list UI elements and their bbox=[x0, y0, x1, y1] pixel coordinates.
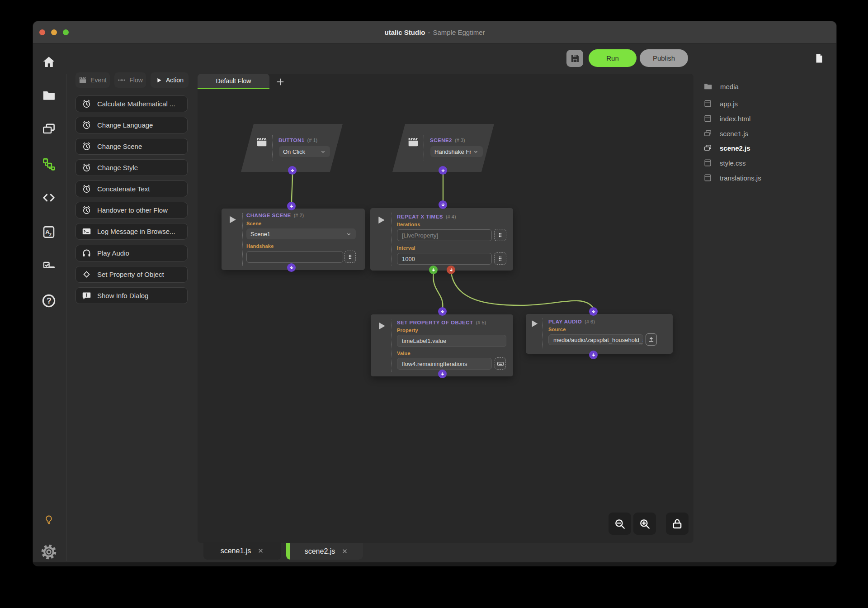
floppy-disk-icon bbox=[570, 53, 580, 64]
editor-tab-scene1[interactable]: scene1.js bbox=[203, 542, 281, 560]
output-port[interactable] bbox=[439, 166, 447, 175]
file-item-app-js[interactable]: app.js bbox=[703, 100, 738, 108]
source-input[interactable]: media/audio/zapsplat_household_ala bbox=[548, 334, 643, 345]
editor-tab-label: scene2.js bbox=[305, 547, 335, 556]
action-item-calculate[interactable]: Calculate Mathematical ... bbox=[75, 95, 188, 112]
node-number: (# 6) bbox=[585, 319, 595, 324]
action-item-change-scene[interactable]: Change Scene bbox=[75, 138, 188, 155]
flow-canvas[interactable]: Default Flow BUTTON1 (# 1) On Click bbox=[198, 74, 693, 543]
output-port[interactable] bbox=[287, 263, 296, 272]
handshake-input[interactable] bbox=[246, 251, 343, 263]
play-icon[interactable] bbox=[375, 214, 387, 226]
sidebar-item-translations[interactable] bbox=[42, 225, 56, 239]
arrow-down-icon bbox=[440, 371, 445, 377]
node-event-button1[interactable]: BUTTON1 (# 1) On Click bbox=[241, 124, 343, 172]
action-item-change-language[interactable]: Change Language bbox=[75, 117, 188, 133]
node-title: SET PROPERTY OF OBJECT (# 5) bbox=[397, 320, 486, 325]
action-item-label: Concatenate Text bbox=[97, 185, 150, 193]
keyboard-button[interactable] bbox=[495, 357, 506, 370]
flow-graph-icon bbox=[42, 157, 56, 171]
sidebar-item-home[interactable] bbox=[42, 55, 56, 69]
connection-wire[interactable] bbox=[433, 273, 443, 308]
input-port[interactable] bbox=[438, 307, 447, 316]
action-item-play-audio[interactable]: Play Audio bbox=[75, 245, 188, 261]
action-item-handover[interactable]: Handover to other Flow bbox=[75, 202, 188, 218]
file-item-index-html[interactable]: index.html bbox=[703, 114, 750, 123]
sidebar-item-tips[interactable] bbox=[43, 514, 54, 525]
sidebar-item-code[interactable] bbox=[42, 191, 56, 204]
file-icon bbox=[703, 100, 712, 108]
action-item-log-message[interactable]: Log Message in Browse... bbox=[75, 223, 188, 240]
connection-wire[interactable] bbox=[292, 173, 292, 202]
calculator-button[interactable] bbox=[344, 251, 356, 263]
input-port[interactable] bbox=[589, 307, 598, 316]
calculator-button[interactable] bbox=[494, 252, 506, 265]
node-set-property[interactable]: SET PROPERTY OF OBJECT (# 5) Property ti… bbox=[371, 314, 513, 376]
sidebar-item-help[interactable] bbox=[42, 294, 57, 309]
field-label: Property bbox=[397, 328, 418, 333]
input-port[interactable] bbox=[439, 200, 447, 209]
sidebar-item-tasks[interactable] bbox=[42, 259, 55, 272]
interval-input[interactable]: 1000 bbox=[397, 253, 492, 265]
file-item-scene1-js[interactable]: scene1.js bbox=[703, 129, 748, 138]
close-window-button[interactable] bbox=[39, 29, 45, 35]
keyboard-icon bbox=[497, 360, 504, 367]
calculator-button[interactable] bbox=[494, 229, 506, 241]
node-change-scene[interactable]: CHANGE SCENE (# 2) Scene Scene1 Handshak… bbox=[222, 209, 365, 270]
minimize-window-button[interactable] bbox=[51, 29, 57, 35]
connection-wire[interactable] bbox=[451, 273, 593, 308]
file-name: index.html bbox=[720, 115, 750, 123]
input-port[interactable] bbox=[287, 202, 296, 210]
tab-event-label: Event bbox=[90, 76, 107, 84]
tab-event[interactable]: Event bbox=[75, 72, 110, 88]
close-tab-button[interactable] bbox=[341, 548, 348, 555]
upload-button[interactable] bbox=[646, 333, 657, 346]
scene-select[interactable]: Scene1 bbox=[246, 228, 356, 239]
az-dictionary-icon bbox=[42, 225, 56, 239]
run-button[interactable]: Run bbox=[589, 49, 637, 67]
play-icon[interactable] bbox=[529, 318, 539, 329]
publish-button[interactable]: Publish bbox=[640, 49, 688, 67]
action-item-change-style[interactable]: Change Style bbox=[75, 159, 188, 176]
output-port-finished[interactable] bbox=[447, 266, 455, 274]
new-document-button[interactable] bbox=[814, 53, 825, 64]
folder-icon bbox=[703, 82, 712, 91]
sidebar-item-projects[interactable] bbox=[42, 89, 56, 103]
node-repeat-x-times[interactable]: REPEAT X TIMES (# 4) Iterations [LivePro… bbox=[370, 208, 513, 271]
save-button[interactable] bbox=[566, 50, 583, 67]
chevron-down-icon bbox=[320, 149, 326, 155]
file-item-translations-js[interactable]: translations.js bbox=[703, 174, 761, 182]
editor-tab-scene2[interactable]: scene2.js bbox=[286, 543, 363, 560]
tab-action[interactable]: Action bbox=[151, 72, 189, 88]
tab-flow[interactable]: Flow bbox=[114, 72, 146, 88]
output-port[interactable] bbox=[589, 351, 598, 359]
action-item-show-info[interactable]: Show Info Dialog bbox=[75, 287, 188, 304]
file-item-media[interactable]: media bbox=[703, 82, 739, 91]
action-item-concatenate[interactable]: Concatenate Text bbox=[75, 180, 188, 197]
node-title: BUTTON1 (# 1) bbox=[278, 138, 317, 143]
arrow-down-icon bbox=[591, 309, 596, 314]
event-type-select[interactable]: On Click bbox=[279, 146, 330, 157]
file-item-scene2-js[interactable]: scene2.js bbox=[703, 144, 750, 152]
action-item-set-property[interactable]: Set Property of Object bbox=[75, 266, 188, 283]
file-item-style-css[interactable]: style.css bbox=[703, 159, 746, 167]
iterations-input[interactable]: [LiveProperty] bbox=[397, 229, 492, 241]
output-port[interactable] bbox=[288, 166, 297, 175]
zoom-window-button[interactable] bbox=[63, 29, 69, 35]
event-type-select[interactable]: Handshake Frc bbox=[430, 146, 483, 157]
value-input[interactable]: flow4.remainingIterations bbox=[397, 358, 492, 370]
sidebar-item-flows[interactable] bbox=[42, 157, 56, 171]
node-event-scene2[interactable]: SCENE2 (# 3) Handshake Frc bbox=[392, 124, 494, 172]
play-icon[interactable] bbox=[226, 214, 238, 225]
alarm-clock-icon bbox=[82, 184, 91, 194]
node-title-text: BUTTON1 bbox=[278, 138, 305, 143]
property-input[interactable]: timeLabel1.value bbox=[397, 335, 506, 347]
action-item-label: Calculate Mathematical ... bbox=[97, 100, 175, 108]
node-play-audio[interactable]: PLAY AUDIO (# 6) Source media/audio/zaps… bbox=[526, 314, 673, 354]
output-port-success[interactable] bbox=[429, 266, 438, 274]
sidebar-item-settings[interactable] bbox=[40, 543, 57, 560]
sidebar-item-scenes[interactable] bbox=[42, 122, 56, 136]
close-tab-button[interactable] bbox=[257, 547, 264, 554]
output-port[interactable] bbox=[438, 370, 447, 378]
play-icon[interactable] bbox=[376, 320, 387, 332]
